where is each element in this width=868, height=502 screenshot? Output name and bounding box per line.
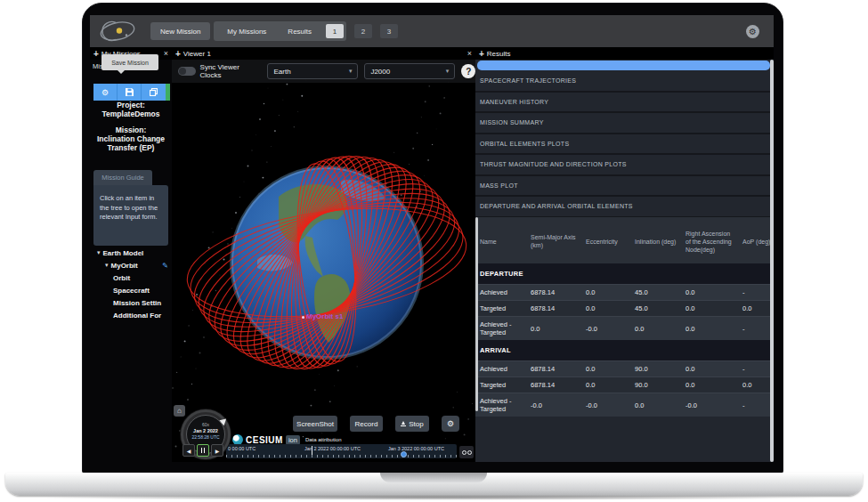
- table-row[interactable]: Achieved6878.140.090.00.0-: [475, 360, 774, 376]
- tree-item-mission-settin[interactable]: Mission Settin: [90, 296, 172, 309]
- screenshot-button[interactable]: ScreenShot: [293, 416, 337, 432]
- stop-icon: [401, 421, 406, 426]
- results-list-item[interactable]: SPACECRAFT TRAJECTORIES: [475, 71, 774, 93]
- project-label: Project:: [90, 101, 172, 109]
- laptop-screen-bezel: New Mission My Missions Results 1 2 3 ⚙ …: [82, 3, 783, 474]
- pause-button[interactable]: [197, 444, 209, 457]
- results-list-item[interactable]: MISSION SUMMARY: [475, 113, 774, 134]
- table-section-row: DEPARTURE: [475, 263, 774, 284]
- vr-lens: [467, 450, 472, 455]
- project-name: Project: TemplateDemos: [90, 101, 172, 118]
- edit-icon[interactable]: ✎: [162, 262, 168, 270]
- table-cell: -0.0: [581, 317, 630, 340]
- table-column-header: Semi-Major Axis (km): [526, 217, 581, 263]
- viewer-toolbar: Sync Viewer Clocks Earth ▾ J2000 ▾ ?: [172, 60, 475, 83]
- stop-label: Stop: [409, 420, 423, 428]
- copy-mission-button[interactable]: [142, 84, 166, 101]
- mission-settings-button[interactable]: ⚙: [93, 84, 118, 101]
- table-scrollbar[interactable]: [475, 217, 478, 411]
- record-button[interactable]: Record: [350, 416, 383, 432]
- settings-gear-icon[interactable]: ⚙: [746, 25, 759, 38]
- page-chip-2[interactable]: 2: [354, 24, 372, 38]
- table-cell: 90.0: [630, 377, 681, 393]
- table-cell: Achieved - Targeted: [475, 393, 526, 417]
- timeline-scrubber[interactable]: [401, 451, 407, 457]
- tab-mission-guide[interactable]: Mission Guide: [93, 170, 152, 185]
- orbital-elements-table: NameSemi-Major Axis (km)EccentricityInli…: [475, 217, 774, 417]
- table-row[interactable]: Achieved6878.140.045.00.0-: [475, 284, 774, 300]
- data-attribution-link[interactable]: Data attribution: [305, 437, 342, 442]
- globe-canvas[interactable]: [172, 47, 475, 462]
- table-column-header: Inlination (deg): [630, 217, 681, 263]
- clock-rate: 60x: [187, 422, 224, 427]
- table-column-header: AoP (deg): [738, 217, 774, 263]
- move-handle-icon[interactable]: +: [93, 49, 99, 59]
- results-list-item[interactable]: THRUST MAGNITUDE AND DIRECTION PLOTS: [475, 155, 774, 176]
- results-list-item[interactable]: MANEUVER HISTORY: [475, 93, 774, 114]
- satellite-dot: [302, 316, 304, 319]
- new-mission-button[interactable]: New Mission: [150, 22, 210, 40]
- results-selected-bar[interactable]: [477, 61, 770, 70]
- step-back-button[interactable]: ◀: [183, 444, 195, 457]
- table-row[interactable]: Achieved - Targeted0.0-0.00.00.0-: [475, 316, 774, 340]
- tree-item-earth-model[interactable]: ▾Earth Model: [90, 247, 172, 259]
- close-icon[interactable]: ×: [467, 49, 472, 58]
- mission-name: Mission: Inclination Change Transfer (EP…: [93, 126, 169, 152]
- timeline-bar[interactable]: 0 00:00 UTC Jan 2 2022 00:00:00 UTC Jan …: [226, 444, 457, 458]
- reference-frame-select[interactable]: J2000 ▾: [364, 63, 455, 79]
- tab-my-missions[interactable]: My Missions: [216, 28, 277, 36]
- move-handle-icon[interactable]: +: [479, 49, 484, 59]
- cesium-ion-badge[interactable]: ion: [286, 435, 300, 445]
- tree-item-additional-for[interactable]: Additional For: [90, 309, 172, 321]
- sync-clocks-label: Sync Viewer Clocks: [200, 63, 262, 79]
- table-cell: Achieved - Targeted: [475, 317, 526, 340]
- satellite-label-text: MyOrbit s1: [306, 312, 343, 320]
- page-chip-1[interactable]: 1: [326, 24, 344, 38]
- table-cell: -0.0: [581, 393, 630, 417]
- table-cell: Targeted: [475, 301, 526, 316]
- close-icon[interactable]: ×: [164, 49, 168, 58]
- results-scrollbar[interactable]: [770, 60, 774, 462]
- help-button[interactable]: ?: [461, 64, 475, 78]
- table-cell: 0.0: [738, 377, 774, 393]
- tree-item-orbit[interactable]: Orbit: [90, 271, 172, 284]
- viewer-settings-button[interactable]: ⚙: [442, 416, 459, 432]
- save-icon: [126, 88, 134, 96]
- table-row[interactable]: Targeted6878.140.090.00.00.0: [475, 376, 774, 393]
- central-body-select[interactable]: Earth ▾: [267, 63, 358, 79]
- satellite-label[interactable]: MyOrbit s1: [302, 312, 343, 320]
- results-list-item[interactable]: DEPARTURE AND ARRIVAL ORBITAL ELEMENTS: [475, 197, 774, 218]
- vr-mode-button[interactable]: [459, 446, 474, 458]
- table-cell: 0.0: [681, 301, 738, 316]
- sync-clocks-toggle[interactable]: [178, 67, 196, 76]
- table-cell: -: [738, 317, 774, 340]
- results-list-item[interactable]: MASS PLOT: [475, 176, 774, 198]
- table-cell: 0.0: [681, 361, 738, 376]
- tab-results[interactable]: Results: [277, 28, 322, 36]
- table-cell: 0.0: [738, 301, 774, 316]
- timeline-mid-label: Jan 2 2022 00:00:00 UTC: [304, 446, 361, 451]
- tree-caret-icon[interactable]: ▾: [97, 249, 101, 256]
- table-cell: 90.0: [630, 361, 681, 376]
- mission-tree: ▾Earth Model▾MyOrbit✎OrbitSpacecraftMiss…: [90, 247, 172, 321]
- laptop-base: [5, 473, 863, 496]
- stop-button[interactable]: Stop: [395, 416, 429, 432]
- results-panel-header[interactable]: + Results: [475, 47, 774, 60]
- app-window: New Mission My Missions Results 1 2 3 ⚙ …: [90, 15, 774, 462]
- table-cell: 45.0: [630, 301, 681, 316]
- tree-caret-icon[interactable]: ▾: [105, 262, 109, 269]
- viewer-panel-header[interactable]: + Viewer 1 ×: [172, 47, 475, 60]
- tree-item-spacecraft[interactable]: Spacecraft: [90, 284, 172, 296]
- laptop-mockup: New Mission My Missions Results 1 2 3 ⚙ …: [0, 0, 868, 502]
- table-row[interactable]: Targeted6878.140.045.00.00.0: [475, 300, 774, 316]
- table-cell: 0.0: [681, 317, 738, 340]
- tree-item-myorbit[interactable]: ▾MyOrbit✎: [90, 259, 172, 271]
- table-row[interactable]: Achieved - Targeted-0.0-0.00.0-0.0-: [475, 393, 774, 417]
- play-forward-button[interactable]: ▶: [211, 444, 223, 457]
- move-handle-icon[interactable]: +: [175, 49, 181, 59]
- save-mission-button[interactable]: [118, 84, 142, 101]
- cesium-brand[interactable]: CESIUM: [246, 435, 283, 445]
- results-list-item[interactable]: ORBITAL ELEMENTS PLOTS: [475, 134, 774, 156]
- page-chip-3[interactable]: 3: [380, 24, 398, 38]
- table-column-header: Eccentricity: [581, 217, 630, 263]
